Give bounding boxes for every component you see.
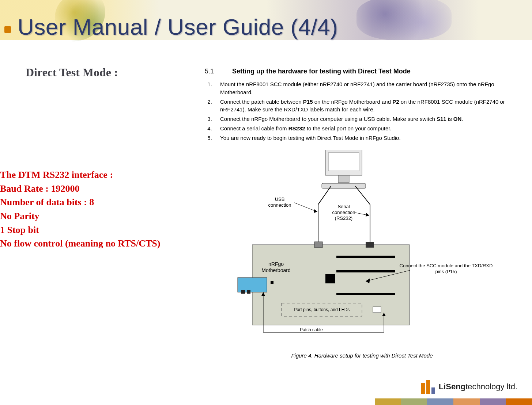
svg-text:(RS232): (RS232) — [335, 215, 352, 221]
dtm-line: No Parity — [0, 209, 160, 223]
svg-text:Connect the SCC module and the: Connect the SCC module and the TXD/RXD — [400, 263, 493, 268]
step-item: Connect a serial cable from RS232 to the… — [214, 125, 519, 133]
svg-rect-25 — [336, 293, 395, 295]
svg-text:Port pins, buttons, and LEDs: Port pins, buttons, and LEDs — [294, 307, 350, 312]
dtm-heading: The DTM RS232 interface : — [0, 168, 160, 182]
section-number: 5.1 — [205, 68, 230, 75]
logo-icon — [421, 379, 435, 394]
svg-marker-16 — [366, 213, 369, 217]
dtm-line: Baud Rate : 192000 — [0, 182, 160, 196]
footer-color-stripe — [375, 398, 532, 405]
svg-text:pins (P15): pins (P15) — [435, 269, 457, 274]
page-title: User Manual / User Guide (4/4) — [18, 14, 338, 40]
dtm-line: 1 Stop bit — [0, 223, 160, 237]
svg-line-10 — [355, 186, 370, 205]
step-item: Connect the nRFgo Motherboard to your co… — [214, 115, 519, 123]
figure-caption: Figure 4. Hardware setup for testing wit… — [205, 352, 519, 359]
svg-rect-33 — [271, 281, 273, 284]
svg-rect-31 — [241, 290, 245, 294]
svg-rect-32 — [247, 290, 250, 294]
svg-rect-2 — [338, 175, 349, 183]
step-item: Mount the nRF8001 SCC module (either nRF… — [214, 80, 519, 96]
section-subtitle: Direct Test Mode : — [26, 66, 118, 79]
svg-rect-3 — [322, 183, 366, 188]
svg-line-8 — [294, 203, 317, 212]
company-name-rest: technology ltd. — [465, 382, 517, 391]
svg-marker-9 — [314, 209, 317, 213]
svg-rect-23 — [336, 270, 395, 272]
section-heading: 5.1 Setting up the hardware for testing … — [205, 68, 519, 75]
title-bullet-icon — [4, 26, 11, 33]
svg-rect-21 — [366, 242, 374, 248]
svg-text:Motherboard: Motherboard — [261, 267, 290, 273]
svg-line-4 — [318, 186, 331, 205]
step-item: You are now ready to begin testing with … — [214, 134, 519, 142]
dtm-interface-block: The DTM RS232 interface : Baud Rate : 19… — [0, 168, 160, 251]
svg-text:connection: connection — [268, 202, 291, 208]
svg-rect-22 — [336, 256, 395, 258]
svg-rect-24 — [325, 274, 335, 283]
footer-company-logo: LiSeng technology ltd. — [421, 379, 517, 394]
svg-text:USB: USB — [275, 196, 285, 202]
svg-text:Patch cable: Patch cable — [300, 327, 323, 332]
embedded-manual-excerpt: 5.1 Setting up the hardware for testing … — [205, 68, 519, 143]
company-name-bold: LiSeng — [439, 382, 465, 391]
svg-rect-1 — [328, 153, 359, 171]
dtm-line: No flow control (meaning no RTS/CTS) — [0, 237, 160, 251]
svg-rect-20 — [314, 242, 322, 248]
svg-text:connection: connection — [332, 210, 355, 215]
section-title-text: Setting up the hardware for testing with… — [232, 68, 411, 75]
svg-text:Serial: Serial — [337, 204, 350, 209]
dtm-line: Number of data bits : 8 — [0, 195, 160, 209]
svg-text:nRFgo: nRFgo — [268, 261, 284, 267]
hardware-setup-diagram: USB connection Serial connection (RS232)… — [227, 150, 505, 340]
step-item: Connect the patch cable between P15 on t… — [214, 98, 519, 114]
setup-steps-list: Mount the nRF8001 SCC module (either nRF… — [214, 80, 519, 142]
svg-rect-36 — [373, 307, 381, 313]
